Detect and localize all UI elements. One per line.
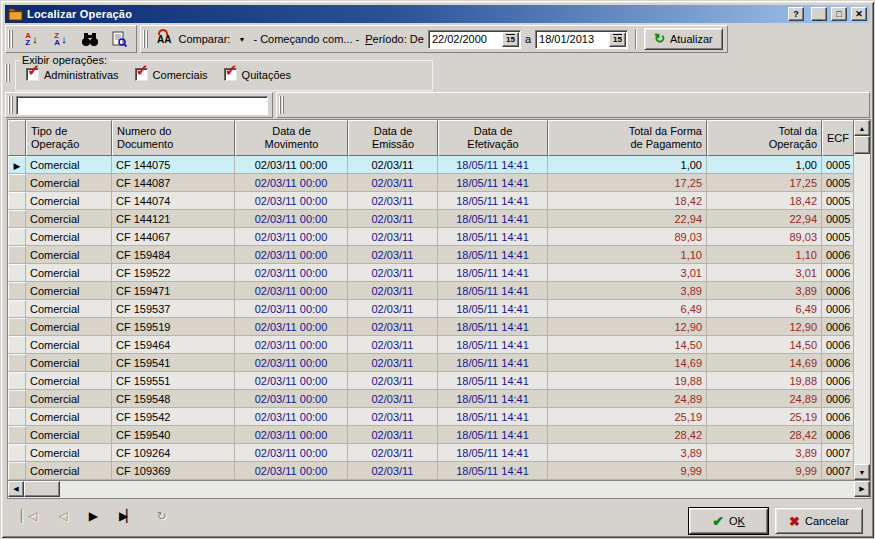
toolbar-grip[interactable] <box>5 64 10 82</box>
table-row[interactable]: ComercialCF 14406702/03/11 00:0002/03/11… <box>8 228 854 246</box>
table-row[interactable]: ComercialCF 14408702/03/11 00:0002/03/11… <box>8 174 854 192</box>
cell-doc: CF 144067 <box>112 228 235 246</box>
calendar-from-button[interactable]: 15 <box>502 32 519 47</box>
cell-doc: CF 159540 <box>112 426 235 444</box>
maximize-button[interactable]: □ <box>831 7 847 21</box>
compare-icon: AA <box>157 34 171 45</box>
table-row[interactable]: ComercialCF 15955102/03/11 00:0002/03/11… <box>8 372 854 390</box>
vertical-scroll-track[interactable] <box>854 154 870 464</box>
column-header-doc[interactable]: Numero doDocumento <box>112 120 235 156</box>
cell-mov: 02/03/11 00:00 <box>235 246 348 264</box>
table-row[interactable]: ComercialCF 15954202/03/11 00:0002/03/11… <box>8 408 854 426</box>
table-row[interactable]: ComercialCF 15953702/03/11 00:0002/03/11… <box>8 300 854 318</box>
horizontal-scrollbar[interactable]: ◀ ▶ <box>8 480 870 498</box>
last-record-button[interactable]: ▶▏ <box>119 509 133 523</box>
table-row[interactable]: ▶ComercialCF 14407502/03/11 00:0002/03/1… <box>8 156 854 174</box>
preview-button[interactable] <box>105 28 132 50</box>
table-row[interactable]: ComercialCF 15954102/03/11 00:0002/03/11… <box>8 354 854 372</box>
first-record-button[interactable]: ▏◁ <box>21 509 35 523</box>
row-indicator-cell <box>8 408 26 426</box>
toolbar-grip[interactable] <box>279 96 284 114</box>
table-row[interactable]: ComercialCF 15951902/03/11 00:0002/03/11… <box>8 318 854 336</box>
compare-mode-value: - Começando com... - <box>253 33 359 45</box>
table-row[interactable]: ComercialCF 14407402/03/11 00:0002/03/11… <box>8 192 854 210</box>
find-button[interactable] <box>76 28 103 50</box>
calendar-to-button[interactable]: 15 <box>609 32 626 47</box>
date-from-field[interactable]: 22/02/2000 15 <box>428 30 521 49</box>
cell-emi: 02/03/11 <box>348 228 438 246</box>
cell-efe: 18/05/11 14:41 <box>438 354 548 372</box>
cell-ecf: 0006 <box>822 426 854 444</box>
column-header-forma[interactable]: Total da Formade Pagamento <box>548 120 707 156</box>
table-row[interactable]: ComercialCF 15954002/03/11 00:0002/03/11… <box>8 426 854 444</box>
checkbox-quitacoes[interactable]: ✓ <box>224 68 237 81</box>
cell-oper: 19,88 <box>707 372 822 390</box>
cell-emi: 02/03/11 <box>348 210 438 228</box>
cell-doc: CF 159464 <box>112 336 235 354</box>
ok-button[interactable]: ✔ OK <box>689 508 768 534</box>
cell-oper: 14,69 <box>707 354 822 372</box>
checkbox-comerciais[interactable]: ✓ <box>135 68 148 81</box>
table-row[interactable]: ComercialCF 15954802/03/11 00:0002/03/11… <box>8 390 854 408</box>
row-indicator-cell: ▶ <box>8 156 26 174</box>
row-indicator-cell <box>8 174 26 192</box>
search-input[interactable] <box>16 96 268 115</box>
scroll-up-icon[interactable]: ▲ <box>854 120 870 136</box>
close-button[interactable]: ✕ <box>851 7 867 21</box>
vertical-scrollbar[interactable]: ▲ ▼ <box>854 120 870 480</box>
cell-emi: 02/03/11 <box>348 264 438 282</box>
cell-forma: 14,69 <box>548 354 707 372</box>
vertical-scroll-thumb[interactable] <box>854 136 870 154</box>
atualizar-button[interactable]: ↻ Atualizar <box>644 28 723 50</box>
table-row[interactable]: ComercialCF 15952202/03/11 00:0002/03/11… <box>8 264 854 282</box>
column-header-mov[interactable]: Data deMovimento <box>235 120 348 156</box>
next-record-button[interactable]: ▶ <box>89 509 96 523</box>
table-row[interactable]: ComercialCF 15948402/03/11 00:0002/03/11… <box>8 246 854 264</box>
cell-emi: 02/03/11 <box>348 426 438 444</box>
compare-dropdown-button[interactable]: ▼ <box>234 31 249 47</box>
table-row[interactable]: ComercialCF 15946402/03/11 00:0002/03/11… <box>8 336 854 354</box>
date-to-value[interactable]: 18/01/2013 <box>539 33 609 45</box>
prior-record-button[interactable]: ◁ <box>58 509 65 523</box>
toolbar-grip[interactable] <box>8 96 13 114</box>
cell-mov: 02/03/11 00:00 <box>235 426 348 444</box>
column-header-oper[interactable]: Total daOperação <box>707 120 822 156</box>
cell-efe: 18/05/11 14:41 <box>438 156 548 174</box>
table-row[interactable]: ComercialCF 14412102/03/11 00:0002/03/11… <box>8 210 854 228</box>
toolbar-grip[interactable] <box>143 30 148 48</box>
cell-oper: 3,01 <box>707 264 822 282</box>
compare-label: Comparar: <box>178 33 230 45</box>
red-check-icon: ✓ <box>27 63 40 79</box>
cell-doc: CF 159548 <box>112 390 235 408</box>
toolbar-grip[interactable] <box>8 30 13 48</box>
folder-icon <box>8 7 23 21</box>
column-header-ecf[interactable]: ECF <box>822 120 854 156</box>
document-preview-icon <box>111 31 127 47</box>
cell-ecf: 0005 <box>822 174 854 192</box>
date-to-field[interactable]: 18/01/2013 15 <box>535 30 628 49</box>
minimize-button[interactable]: _ <box>811 7 827 21</box>
help-button[interactable]: ? <box>788 7 804 21</box>
scroll-left-icon[interactable]: ◀ <box>8 481 24 497</box>
cell-doc: CF 109369 <box>112 462 235 480</box>
cancel-button[interactable]: ✖ Cancelar <box>775 508 863 534</box>
cell-emi: 02/03/11 <box>348 390 438 408</box>
row-indicator-cell <box>8 390 26 408</box>
scroll-down-icon[interactable]: ▼ <box>854 464 870 480</box>
refresh-record-button[interactable]: ↻ <box>156 509 164 523</box>
column-header-emi[interactable]: Data deEmissão <box>348 120 438 156</box>
checkbox-administrativas[interactable]: ✓ <box>26 68 39 81</box>
horizontal-scroll-thumb[interactable] <box>24 481 60 497</box>
cell-tipo: Comercial <box>26 282 112 300</box>
sort-descending-button[interactable]: ZA↓ <box>47 28 74 50</box>
table-row[interactable]: ComercialCF 15947102/03/11 00:0002/03/11… <box>8 282 854 300</box>
column-header-tipo[interactable]: Tipo deOperação <box>26 120 112 156</box>
scroll-right-icon[interactable]: ▶ <box>854 481 870 497</box>
filter-band: Exibir operações: ✓Administrativas✓Comer… <box>5 54 433 91</box>
date-from-value[interactable]: 22/02/2000 <box>432 33 502 45</box>
horizontal-scroll-track[interactable] <box>60 481 854 498</box>
column-header-efe[interactable]: Data deEfetivação <box>438 120 548 156</box>
sort-ascending-button[interactable]: AZ↓ <box>18 28 45 50</box>
table-row[interactable]: ComercialCF 10926402/03/11 00:0002/03/11… <box>8 444 854 462</box>
table-row[interactable]: ComercialCF 10936902/03/11 00:0002/03/11… <box>8 462 854 480</box>
